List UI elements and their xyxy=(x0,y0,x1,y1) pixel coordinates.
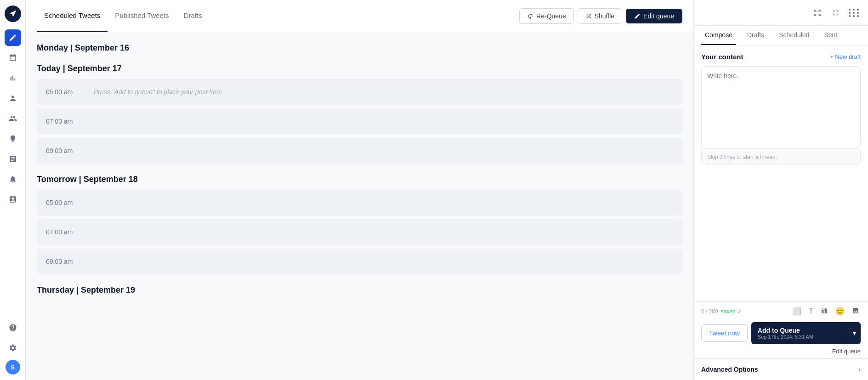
time-slot[interactable]: 09:00 am xyxy=(37,138,682,164)
day-section-thursday: Thursday | September 19 xyxy=(37,285,682,295)
compose-tab-compose[interactable]: Compose xyxy=(701,26,736,45)
sidebar-item-ideas[interactable] xyxy=(5,130,21,147)
saved-badge: saved ✓ xyxy=(721,308,742,315)
right-panel-header xyxy=(694,0,868,26)
add-queue-sub: Sep 17th, 2024, 8:31 AM xyxy=(758,334,841,340)
compose-tab-drafts[interactable]: Drafts xyxy=(743,26,768,45)
expand-icon[interactable] xyxy=(811,6,824,19)
header: Scheduled Tweets Published Tweets Drafts… xyxy=(26,0,693,32)
grid-view-icon[interactable] xyxy=(848,6,861,19)
time-label: 07:00 am xyxy=(46,118,83,125)
time-slot[interactable]: 05:00 am Press "Add to queue" to place y… xyxy=(37,79,682,105)
tab-scheduled[interactable]: Scheduled Tweets xyxy=(37,0,108,32)
advanced-options-label: Advanced Options xyxy=(701,366,758,373)
time-label: 05:00 am xyxy=(46,88,83,96)
image-icon[interactable] xyxy=(851,306,861,318)
add-queue-label: Add to Queue xyxy=(758,327,841,334)
tweet-now-button[interactable]: Tweet now xyxy=(701,324,748,342)
day-section-today: Today | September 17 05:00 am Press "Add… xyxy=(37,64,682,164)
avatar[interactable]: S xyxy=(6,360,20,374)
sidebar-item-audience[interactable] xyxy=(5,90,21,107)
time-slot[interactable]: 07:00 am xyxy=(37,108,682,134)
main-content: Scheduled Tweets Published Tweets Drafts… xyxy=(26,0,693,380)
sidebar-item-inbox[interactable] xyxy=(5,191,21,208)
compose-footer: 0 / 280 saved ✓ ⬜ T 🙂 Tweet now xyxy=(694,301,868,358)
compose-tab-scheduled[interactable]: Scheduled xyxy=(775,26,813,45)
sidebar-item-team[interactable] xyxy=(5,110,21,127)
time-slot[interactable]: 09:00 am xyxy=(37,249,682,274)
sidebar-item-calendar[interactable] xyxy=(5,50,21,66)
grid-dots xyxy=(849,9,860,17)
time-label: 05:00 am xyxy=(46,199,83,206)
save-draft-icon[interactable] xyxy=(819,306,829,318)
thread-hint: Skip 3 lines to start a thread. xyxy=(701,150,861,164)
edit-icon xyxy=(634,13,641,19)
char-count-row: 0 / 280 saved ✓ ⬜ T 🙂 xyxy=(701,306,861,318)
tabs: Scheduled Tweets Published Tweets Drafts xyxy=(37,0,519,32)
day-header-monday: Monday | September 16 xyxy=(37,43,682,53)
compose-tabs: Compose Drafts Scheduled Sent xyxy=(694,26,868,45)
add-queue-dropdown[interactable]: ▾ xyxy=(848,322,861,344)
advanced-options[interactable]: Advanced Options › xyxy=(694,358,868,380)
day-section-monday: Monday | September 16 xyxy=(37,43,682,53)
sidebar-logo[interactable] xyxy=(5,6,21,22)
content-title: Your content xyxy=(701,53,743,61)
header-actions: Re-Queue Shuffle Edit queue xyxy=(519,8,682,24)
compose-header-row: Your content + New draft xyxy=(701,53,861,61)
sidebar-item-help[interactable] xyxy=(5,319,21,336)
copy-icon[interactable]: ⬜ xyxy=(791,306,803,318)
day-section-tomorrow: Tomorrow | September 18 05:00 am 07:00 a… xyxy=(37,175,682,274)
time-slot[interactable]: 07:00 am xyxy=(37,219,682,245)
sidebar-item-settings2[interactable] xyxy=(5,171,21,187)
day-header-tomorrow: Tomorrow | September 18 xyxy=(37,175,682,184)
sidebar-item-compose[interactable] xyxy=(5,29,21,46)
requeue-icon xyxy=(527,13,533,19)
sidebar-item-settings[interactable] xyxy=(5,340,21,356)
shuffle-icon xyxy=(585,13,592,19)
requeue-button[interactable]: Re-Queue xyxy=(519,8,574,24)
time-label: 09:00 am xyxy=(46,258,83,265)
new-draft-button[interactable]: + New draft xyxy=(830,53,861,60)
tab-published[interactable]: Published Tweets xyxy=(108,0,176,32)
add-to-queue-button[interactable]: Add to Queue Sep 17th, 2024, 8:31 AM xyxy=(751,322,848,344)
right-panel: Compose Drafts Scheduled Sent Your conte… xyxy=(693,0,868,380)
fullscreen-icon[interactable] xyxy=(829,6,842,19)
add-queue-wrapper: Add to Queue Sep 17th, 2024, 8:31 AM ▾ xyxy=(751,322,861,344)
day-header-today: Today | September 17 xyxy=(37,64,682,74)
edit-queue-button[interactable]: Edit queue xyxy=(626,9,682,23)
compose-actions: Tweet now Add to Queue Sep 17th, 2024, 8… xyxy=(701,322,861,344)
day-header-thursday: Thursday | September 19 xyxy=(37,285,682,295)
sidebar: S xyxy=(0,0,26,380)
emoji-icon[interactable]: 🙂 xyxy=(834,306,846,318)
time-slot[interactable]: 05:00 am xyxy=(37,190,682,216)
slot-placeholder: Press "Add to queue" to place your post … xyxy=(94,88,222,96)
shuffle-button[interactable]: Shuffle xyxy=(578,8,622,24)
time-label: 07:00 am xyxy=(46,228,83,236)
compose-tab-sent[interactable]: Sent xyxy=(820,26,841,45)
compose-textarea[interactable] xyxy=(701,66,861,149)
sidebar-bottom: S xyxy=(5,319,21,374)
edit-queue-link[interactable]: Edit queue xyxy=(701,344,861,355)
tab-drafts[interactable]: Drafts xyxy=(176,0,210,32)
sidebar-item-analytics[interactable] xyxy=(5,70,21,86)
schedule-scroll: Monday | September 16 Today | September … xyxy=(26,32,693,380)
time-label: 09:00 am xyxy=(46,147,83,154)
compose-icons: ⬜ T 🙂 xyxy=(791,306,861,318)
text-format-icon[interactable]: T xyxy=(807,306,815,318)
sidebar-item-notes[interactable] xyxy=(5,151,21,167)
compose-body: Your content + New draft Skip 3 lines to… xyxy=(694,45,868,301)
chevron-right-icon: › xyxy=(858,365,861,374)
char-count: 0 / 280 saved ✓ xyxy=(701,308,742,315)
